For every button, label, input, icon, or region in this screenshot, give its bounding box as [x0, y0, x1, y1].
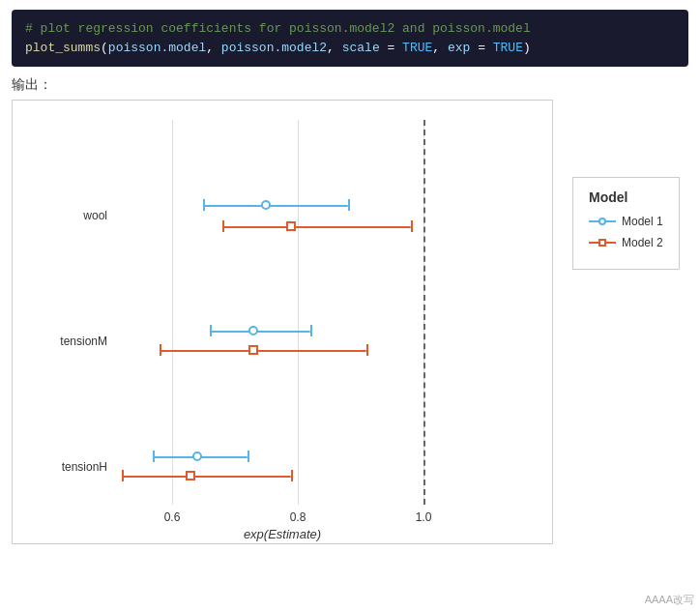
- legend-item-model1: Model 1: [589, 215, 663, 228]
- param3: scale: [342, 41, 380, 55]
- dashed-reference-line: [423, 120, 425, 505]
- chart-area: wool tensionM tensionH: [12, 100, 553, 544]
- x-axis-title: exp(Estimate): [13, 527, 552, 541]
- param2: poisson.model2: [221, 41, 327, 55]
- grid-line-08: [298, 120, 299, 505]
- legend-circle-m1: [598, 218, 606, 225]
- cap-tensionh-m1-right: [248, 451, 249, 462]
- point-wool-m2: [286, 221, 296, 231]
- chart-outer: wool tensionM tensionH: [12, 100, 688, 544]
- legend-item-model2: Model 2: [589, 236, 663, 249]
- y-label-tensionm: tensionM: [40, 335, 107, 348]
- val1: TRUE: [402, 41, 432, 55]
- function-name: plot_summs: [25, 41, 101, 55]
- cap-tensionh-m1-left: [153, 451, 155, 462]
- cap-wool-m1-right: [348, 199, 350, 211]
- x-tick-08: 0.8: [290, 510, 306, 524]
- ci-line-tensionh-m2: [122, 476, 291, 478]
- point-wool-m1: [261, 200, 271, 210]
- cap-tensionm-m2-right: [366, 344, 368, 356]
- val2: TRUE: [493, 41, 523, 55]
- ci-line-wool-m2: [222, 226, 411, 228]
- cap-tensionm-m2-left: [160, 344, 161, 356]
- param1: poisson.model: [108, 41, 206, 55]
- cap-wool-m1-left: [203, 199, 205, 211]
- cap-tensionm-m1-left: [210, 325, 212, 336]
- legend: Model Model 1 Model 2: [572, 177, 680, 270]
- x-tick-06: 0.6: [164, 510, 181, 524]
- output-label: 输出：: [12, 76, 688, 94]
- cap-tensionh-m2-right: [291, 470, 293, 481]
- cap-wool-m2-right: [411, 220, 413, 232]
- code-block: # plot regression coefficients for poiss…: [12, 10, 688, 67]
- legend-label-model2: Model 2: [622, 236, 663, 249]
- point-tensionm-m2: [248, 345, 258, 355]
- legend-title: Model: [589, 189, 663, 205]
- param4: exp: [448, 41, 470, 55]
- cap-tensionh-m2-left: [122, 470, 124, 481]
- x-tick-10: 1.0: [416, 510, 432, 524]
- point-tensionm-m1: [248, 326, 258, 335]
- ci-line-tensionm-m1: [210, 331, 310, 333]
- cap-tensionm-m1-right: [310, 325, 312, 336]
- point-tensionh-m1: [192, 451, 202, 461]
- code-comment: # plot regression coefficients for poiss…: [25, 19, 675, 39]
- y-label-wool: wool: [40, 209, 107, 222]
- ci-line-tensionm-m2: [160, 350, 366, 352]
- ci-line-wool-m1: [203, 205, 348, 207]
- legend-line-model1: [589, 220, 616, 222]
- watermark: AAAA改写: [645, 593, 694, 607]
- code-line: plot_summs(poisson.model, poisson.model2…: [25, 39, 675, 58]
- grid-line-06: [172, 120, 173, 505]
- point-tensionh-m2: [186, 471, 195, 480]
- y-label-tensionh: tensionH: [40, 460, 107, 474]
- cap-wool-m2-left: [222, 220, 224, 232]
- legend-line-model2: [589, 242, 616, 244]
- legend-label-model1: Model 1: [622, 215, 663, 228]
- legend-square-m2: [598, 239, 606, 247]
